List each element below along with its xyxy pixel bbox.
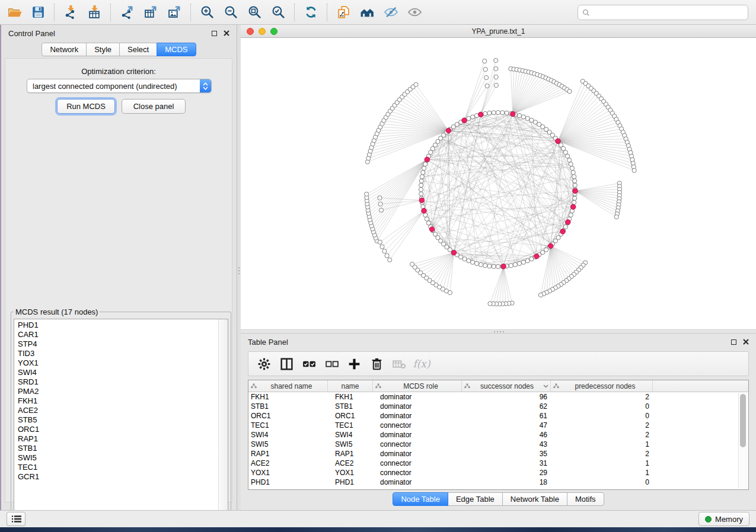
tab-mcds[interactable]: MCDS [157,43,196,56]
status-menu-button[interactable] [7,512,25,526]
maximize-window-icon[interactable] [270,28,277,35]
column-header-predecessor-nodes[interactable]: predecessor nodes [551,380,653,392]
mcds-result-item[interactable]: TEC1 [14,463,219,472]
mcds-result-item[interactable]: YOX1 [14,358,219,368]
column-type-icon [375,383,382,390]
mcds-result-item[interactable]: STP4 [14,339,219,349]
table-row[interactable]: STB1STB1dominator620 [248,402,748,411]
table-cell: 1 [551,440,653,448]
mcds-result-item[interactable]: PMA2 [14,387,219,396]
table-row[interactable]: ORC1ORC1dominator610 [248,411,748,421]
table-row[interactable]: YOX1YOX1connector291 [248,468,748,477]
close-table-panel-icon[interactable] [743,339,749,345]
search-input[interactable] [593,8,744,18]
open-button[interactable] [2,2,26,23]
table-row[interactable]: PHD1PHD1dominator180 [248,477,748,487]
mcds-result-item[interactable]: PHD1 [14,321,219,330]
table-scrollbar-thumb[interactable] [740,394,746,447]
table-cell: dominator [373,450,462,458]
delete-column-icon [369,357,384,371]
column-label: shared name [257,382,326,390]
table-panel: Table Panel f(x) shared namenameMCDS rol… [241,334,756,510]
table-row[interactable]: SWI5SWI5connector431 [248,440,748,449]
column-header-name[interactable]: name [328,380,373,392]
table-row[interactable]: SWI4SWI4dominator462 [248,430,748,440]
table-scrollbar[interactable] [738,393,748,489]
mcds-result-item[interactable]: SWI5 [14,453,219,463]
tab-network[interactable]: Network [42,43,87,56]
memory-button[interactable]: Memory [698,512,749,526]
zoom-selected-icon [271,5,286,20]
minimize-window-icon[interactable] [259,28,266,35]
desktop-background-strip [0,527,756,532]
run-mcds-button[interactable]: Run MCDS [57,99,115,114]
table-row[interactable]: RAP1RAP1dominator352 [248,449,748,459]
import-network-button[interactable] [59,2,82,23]
list-scrollbar[interactable] [218,319,228,522]
column-header-MCDS-role[interactable]: MCDS role [373,380,462,392]
column-header-shared-name[interactable]: shared name [248,380,328,392]
show-all-button[interactable] [403,2,426,23]
mcds-result-item[interactable]: FKH1 [14,396,219,406]
add-column-icon [347,357,362,371]
zoom-selected-button[interactable] [266,2,290,23]
tab-edge-table[interactable]: Edge Table [448,492,503,506]
tab-node-table[interactable]: Node Table [393,492,448,506]
unselect-all-button[interactable] [322,354,341,373]
export-network-button[interactable] [115,2,139,23]
network-canvas[interactable] [241,38,756,329]
table-row[interactable]: FKH1FKH1dominator962 [248,392,748,402]
horizontal-splitter[interactable] [241,329,756,334]
mcds-result-item[interactable]: GCR1 [14,472,219,482]
float-table-panel-icon[interactable] [731,339,736,345]
export-table-button[interactable] [139,2,162,23]
hide-selected-icon [384,5,398,20]
duplicate-style-button[interactable] [331,2,355,23]
zoom-fit-button[interactable] [243,2,266,23]
import-table-icon [87,5,102,20]
tab-select[interactable]: Select [119,43,157,56]
column-header-successor-nodes[interactable]: successor nodes [462,380,551,392]
close-panel-icon[interactable] [224,30,229,36]
close-window-icon[interactable] [247,28,254,35]
add-column-button[interactable] [344,354,363,373]
equation-icon: f(x) [413,358,430,370]
refresh-button[interactable] [299,2,323,23]
tab-network-table[interactable]: Network Table [502,492,567,506]
table-cell: dominator [373,412,462,420]
table-cell: RAP1 [328,450,373,458]
delete-column-button[interactable] [367,354,386,373]
zoom-out-button[interactable] [219,2,243,23]
zoom-in-button[interactable] [195,2,219,23]
mcds-tab-content: Optimization criterion: largest connecte… [5,58,232,502]
tab-style[interactable]: Style [86,43,120,56]
tab-motifs[interactable]: Motifs [567,492,604,506]
table-cell: SWI4 [328,431,373,439]
mcds-result-item[interactable]: SWI4 [14,368,219,377]
close-panel-button[interactable]: Close panel [122,99,186,114]
search-box[interactable] [578,5,748,20]
table-row[interactable]: TEC1TEC1connector472 [248,421,748,430]
network-window-titlebar[interactable]: YPA_prune.txt_1 [241,25,756,38]
mcds-result-item[interactable]: CAR1 [14,330,219,339]
settings-button[interactable] [254,354,273,373]
mcds-result-item[interactable]: SRD1 [14,377,219,387]
mcds-result-item[interactable]: ACE2 [14,406,219,415]
table-cell: dominator [373,431,462,439]
split-panel-button[interactable] [277,354,296,373]
table-row[interactable]: ACE2ACE2connector311 [248,459,748,468]
import-table-button[interactable] [82,2,106,23]
save-button[interactable] [26,2,50,23]
mcds-result-item[interactable]: ORC1 [14,425,219,434]
mcds-result-item[interactable]: RAP1 [14,434,219,444]
optimization-criterion-select[interactable]: largest connected component (undirected) [27,79,212,93]
mcds-result-item[interactable]: STB5 [14,415,219,425]
hide-selected-button[interactable] [379,2,403,23]
select-all-button[interactable] [299,354,318,373]
mcds-result-item[interactable]: TID3 [14,349,219,358]
mcds-result-list[interactable]: PHD1CAR1STP4TID3YOX1SWI4SRD1PMA2FKH1ACE2… [14,319,228,523]
mcds-result-item[interactable]: STB1 [14,444,219,453]
float-panel-icon[interactable] [212,31,217,36]
export-image-button[interactable] [162,2,186,23]
first-neighbors-button[interactable] [355,2,379,23]
